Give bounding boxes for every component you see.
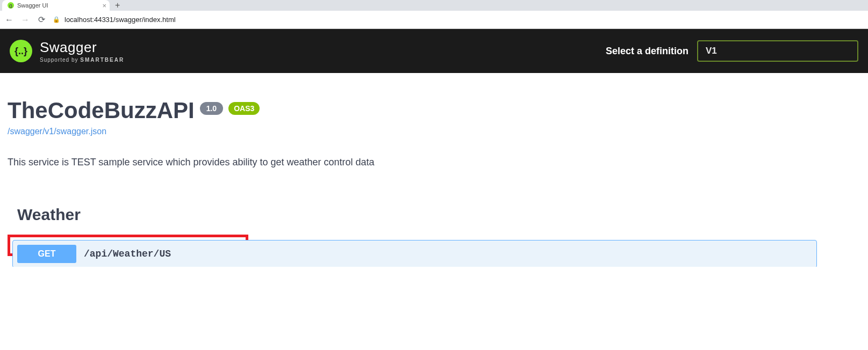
swagger-title-area: Swagger Supported by SMARTBEAR <box>40 39 124 63</box>
swagger-brand: {..} Swagger Supported by SMARTBEAR <box>10 39 124 63</box>
tab-title: Swagger UI <box>17 2 48 9</box>
oas-badge: OAS3 <box>228 102 260 115</box>
definition-selector-area: Select a definition V1 <box>606 40 858 62</box>
api-description: This service is TEST sample service whic… <box>8 157 860 168</box>
tab-bar: {} Swagger UI × + <box>0 0 868 11</box>
back-icon[interactable]: ← <box>4 15 14 25</box>
main-content: TheCodeBuzzAPI 1.0 OAS3 /swagger/v1/swag… <box>0 73 868 267</box>
endpoint-path: /api/Weather/US <box>76 249 171 259</box>
definition-label: Select a definition <box>606 46 688 57</box>
url-area[interactable]: 🔒 localhost:44331/swagger/index.html <box>53 16 176 24</box>
lock-icon: 🔒 <box>53 16 60 23</box>
definition-select[interactable]: V1 <box>697 40 858 62</box>
api-title-row: TheCodeBuzzAPI 1.0 OAS3 <box>8 98 860 123</box>
url-text: localhost:44331/swagger/index.html <box>64 16 176 24</box>
operations-wrap: GET /api/Weather/US <box>8 235 860 267</box>
operation-block[interactable]: GET /api/Weather/US <box>12 240 817 267</box>
reload-icon[interactable]: ⟳ <box>37 14 46 25</box>
section-title[interactable]: Weather <box>8 206 860 224</box>
spec-link[interactable]: /swagger/v1/swagger.json <box>8 127 106 136</box>
tab-close-icon[interactable]: × <box>102 2 106 10</box>
definition-value: V1 <box>706 46 717 56</box>
browser-tab[interactable]: {} Swagger UI × <box>2 0 110 11</box>
url-bar-row: ← → ⟳ 🔒 localhost:44331/swagger/index.ht… <box>0 11 868 29</box>
swagger-title: Swagger <box>40 39 124 56</box>
swagger-header: {..} Swagger Supported by SMARTBEAR Sele… <box>0 29 868 73</box>
api-title: TheCodeBuzzAPI <box>8 98 195 123</box>
forward-icon[interactable]: → <box>20 15 30 25</box>
tab-favicon-icon: {} <box>8 2 14 9</box>
swagger-logo-icon: {..} <box>10 40 32 62</box>
browser-chrome: {} Swagger UI × + ← → ⟳ 🔒 localhost:4433… <box>0 0 868 29</box>
swagger-subtext: Supported by SMARTBEAR <box>40 57 124 63</box>
new-tab-button[interactable]: + <box>110 1 125 10</box>
version-badge: 1.0 <box>200 102 223 115</box>
http-method-badge: GET <box>17 245 76 263</box>
